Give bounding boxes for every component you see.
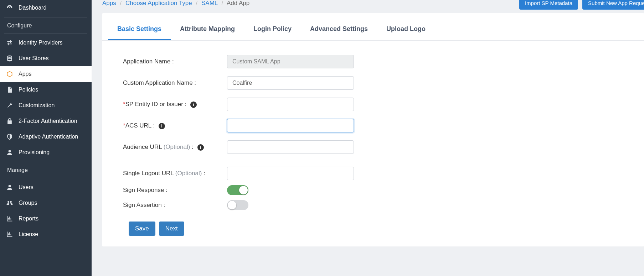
label-custom-name: Custom Application Name : <box>123 79 227 87</box>
save-button[interactable]: Save <box>129 222 155 236</box>
label-app-name: Application Name : <box>123 58 227 65</box>
sidebar-item-label: Provisioning <box>19 149 50 156</box>
ctrl-sign-assertion <box>227 200 354 210</box>
label-sp-entity-text: SP Entity ID or Issuer : <box>125 101 187 108</box>
info-icon[interactable]: i <box>190 101 197 108</box>
info-icon[interactable]: i <box>197 144 204 151</box>
sidebar-item-dashboard[interactable]: Dashboard <box>0 0 92 16</box>
row-sp-entity: *SP Entity ID or Issuer : i <box>123 98 630 111</box>
wrench-icon <box>6 102 14 109</box>
row-audience-url: Audience URL (Optional) : i <box>123 140 630 154</box>
sign-assertion-toggle[interactable] <box>227 200 248 210</box>
tab-login-policy[interactable]: Login Policy <box>244 17 301 40</box>
label-slo: Single Logout URL (Optional) : <box>123 170 227 177</box>
sidebar-item-license[interactable]: License <box>0 226 92 242</box>
acs-url-field[interactable] <box>227 119 354 132</box>
sidebar-item-adaptive[interactable]: Adaptive Authentication <box>0 129 92 145</box>
label-acs-url: *ACS URL : i <box>123 122 227 129</box>
label-slo-text: Single Logout URL <box>123 170 175 177</box>
label-colon: : <box>202 170 205 177</box>
sidebar-item-label: 2-Factor Authentication <box>19 118 77 124</box>
top-buttons: Import SP Metadata Submit New App Reques… <box>519 0 644 10</box>
breadcrumb-saml[interactable]: SAML <box>201 0 218 6</box>
audience-url-field[interactable] <box>227 140 354 154</box>
label-optional: (Optional) <box>175 170 202 177</box>
swap-icon <box>6 39 14 46</box>
sidebar-item-label: Groups <box>19 200 37 206</box>
sidebar-item-label: License <box>19 231 38 238</box>
tab-attribute-mapping[interactable]: Attribute Mapping <box>171 17 244 40</box>
ctrl-custom-name <box>227 76 354 90</box>
chart-icon <box>6 215 14 222</box>
custom-name-field[interactable] <box>227 76 354 90</box>
sidebar-item-apps[interactable]: Apps <box>0 66 92 82</box>
cube-icon <box>6 71 14 78</box>
tab-upload-logo[interactable]: Upload Logo <box>377 17 435 40</box>
info-icon[interactable]: i <box>159 123 165 129</box>
sidebar-item-groups[interactable]: Groups <box>0 195 92 211</box>
breadcrumb-sep: / <box>219 0 225 6</box>
shield-icon <box>6 133 14 140</box>
chart-icon <box>6 231 14 238</box>
sidebar-item-label: Users <box>19 184 34 191</box>
sidebar-item-users[interactable]: Users <box>0 179 92 195</box>
form: Application Name : Custom Application Na… <box>102 41 644 239</box>
topbar: Apps / Choose Application Type / SAML / … <box>92 0 644 13</box>
next-button[interactable]: Next <box>159 222 184 236</box>
breadcrumb-apps[interactable]: Apps <box>102 0 116 6</box>
label-colon: : <box>190 144 193 150</box>
dashboard-icon <box>6 4 14 11</box>
form-card: Basic Settings Attribute Mapping Login P… <box>102 13 644 246</box>
ctrl-audience <box>227 140 354 154</box>
label-acs-text: ACS URL : <box>125 122 155 129</box>
main: Apps / Choose Application Type / SAML / … <box>92 0 644 276</box>
sidebar-item-userstores[interactable]: User Stores <box>0 51 92 66</box>
lock-icon <box>6 118 14 125</box>
people-icon <box>6 199 14 207</box>
sidebar-item-label: Apps <box>19 71 31 77</box>
sidebar-section-section-configure: Configure <box>0 19 92 32</box>
ctrl-slo <box>227 167 354 180</box>
ctrl-sign-response <box>227 185 354 195</box>
slo-url-field[interactable] <box>227 167 354 180</box>
sidebar-item-customization[interactable]: Customization <box>0 98 92 113</box>
sidebar-item-label: Dashboard <box>19 5 46 11</box>
person-icon <box>6 149 14 156</box>
ctrl-sp-entity <box>227 98 354 111</box>
label-audience: Audience URL (Optional) : i <box>123 144 227 151</box>
sidebar-item-idp[interactable]: Identity Providers <box>0 35 92 51</box>
breadcrumb-choose[interactable]: Choose Application Type <box>125 0 192 6</box>
row-slo-url: Single Logout URL (Optional) : <box>123 167 630 180</box>
tab-advanced-settings[interactable]: Advanced Settings <box>301 17 377 40</box>
required-mark: * <box>123 122 125 129</box>
sidebar-item-label: Reports <box>19 215 38 222</box>
sp-entity-field[interactable] <box>227 98 354 111</box>
document-icon <box>6 86 14 93</box>
sidebar-item-twofactor[interactable]: 2-Factor Authentication <box>0 113 92 129</box>
breadcrumb-sep: / <box>118 0 124 6</box>
import-metadata-button[interactable]: Import SP Metadata <box>519 0 578 10</box>
label-sp-entity: *SP Entity ID or Issuer : i <box>123 101 227 108</box>
sidebar-item-reports[interactable]: Reports <box>0 211 92 226</box>
sidebar-item-policies[interactable]: Policies <box>0 82 92 98</box>
row-sign-response: Sign Response : <box>123 185 630 195</box>
sign-response-toggle[interactable] <box>227 185 248 195</box>
breadcrumb: Apps / Choose Application Type / SAML / … <box>102 0 249 7</box>
required-mark: * <box>123 101 125 108</box>
sidebar: DashboardConfigureIdentity ProvidersUser… <box>0 0 92 276</box>
sidebar-item-provisioning[interactable]: Provisioning <box>0 145 92 160</box>
ctrl-acs-url <box>227 119 354 132</box>
tabs: Basic Settings Attribute Mapping Login P… <box>102 17 644 41</box>
tab-basic-settings[interactable]: Basic Settings <box>108 17 171 40</box>
submit-app-request-button[interactable]: Submit New App Request <box>582 0 644 10</box>
toggle-knob <box>239 186 248 194</box>
sidebar-item-label: Policies <box>19 87 38 93</box>
row-custom-name: Custom Application Name : <box>123 76 630 90</box>
row-app-name: Application Name : <box>123 55 630 68</box>
sidebar-item-label: Customization <box>19 102 55 109</box>
form-footer: Save Next <box>123 218 630 236</box>
label-optional: (Optional) <box>164 144 190 150</box>
label-sign-assertion: Sign Assertion : <box>123 202 227 209</box>
breadcrumb-current: Add App <box>227 0 249 6</box>
breadcrumb-sep: / <box>194 0 200 6</box>
